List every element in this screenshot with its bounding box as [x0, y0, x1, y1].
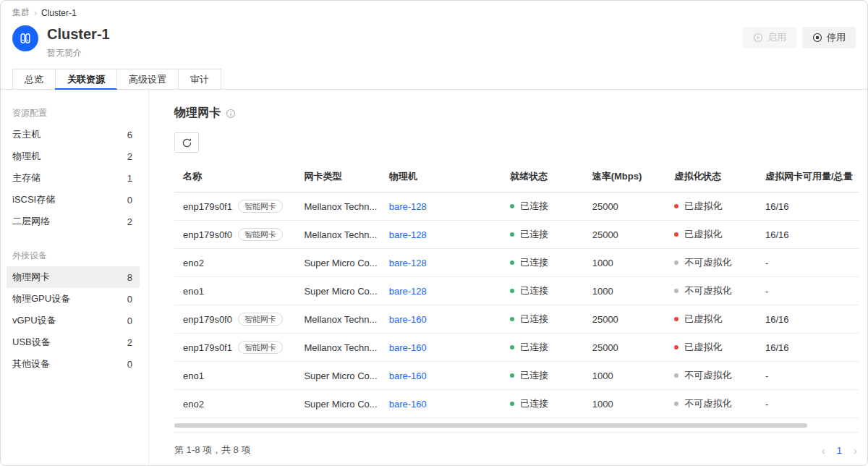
table-row[interactable]: eno2Super Micro Co...bare-128已连接1000不可虚拟… — [174, 249, 859, 277]
disable-button[interactable]: 停用 — [802, 27, 856, 48]
cell-virt-status: 已虚拟化 — [665, 221, 757, 249]
virt-status-dot — [674, 317, 678, 321]
horizontal-scrollbar-thumb[interactable] — [174, 423, 807, 428]
cell-capacity: 16/16 — [757, 221, 859, 249]
cell-virt-status: 已虚拟化 — [665, 192, 757, 221]
sidebar-section-title: 外接设备 — [1, 244, 148, 266]
cell-host: bare-128 — [380, 192, 501, 221]
table-header-row: 名称网卡类型物理机就绪状态速率(Mbps)虚拟化状态虚拟网卡可用量/总量 — [174, 161, 859, 192]
nic-name: enp179s0f0 — [183, 314, 232, 325]
cell-ready-status: 已连接 — [501, 249, 584, 277]
sidebar-item-vms[interactable]: 云主机6 — [7, 124, 140, 145]
sidebar-item-label: 主存储 — [12, 171, 41, 185]
tab-related-resources[interactable]: 关联资源 — [55, 69, 117, 89]
virt-status-text: 已虚拟化 — [684, 313, 722, 324]
sidebar-item-other-devices[interactable]: 其他设备0 — [7, 353, 140, 375]
table-row[interactable]: eno1Super Micro Co...bare-128已连接1000不可虚拟… — [174, 277, 859, 305]
host-link[interactable]: bare-128 — [389, 201, 427, 212]
table-row[interactable]: enp179s0f1智能网卡Mellanox Techn...bare-128已… — [174, 192, 859, 221]
status-text: 已连接 — [520, 398, 548, 409]
cell-speed: 1000 — [584, 362, 666, 390]
tab-audit[interactable]: 审计 — [178, 69, 221, 89]
table-row[interactable]: enp179s0f0智能网卡Mellanox Techn...bare-128已… — [174, 221, 859, 249]
current-page[interactable]: 1 — [837, 445, 842, 456]
cell-ready-status: 已连接 — [501, 305, 584, 334]
host-link[interactable]: bare-128 — [389, 286, 427, 297]
pagination-summary: 第 1-8 项，共 8 项 — [174, 444, 250, 457]
info-icon[interactable] — [226, 109, 236, 119]
tab-overview[interactable]: 总览 — [12, 69, 56, 89]
refresh-button[interactable] — [174, 132, 199, 153]
breadcrumb-root[interactable]: 集群 — [12, 7, 30, 19]
cell-virt-status: 不可虚拟化 — [665, 277, 757, 305]
enable-button[interactable]: 启用 — [743, 27, 796, 48]
cell-host: bare-160 — [380, 305, 501, 334]
host-link[interactable]: bare-128 — [389, 258, 427, 268]
sidebar-item-usb-devices[interactable]: USB设备2 — [7, 331, 140, 353]
status-dot — [510, 232, 514, 237]
tab-bar-container: 总览关联资源高级设置审计 — [1, 69, 867, 90]
cell-host: bare-160 — [380, 362, 501, 390]
cell-speed: 1000 — [584, 249, 666, 277]
smart-nic-badge: 智能网卡 — [238, 341, 283, 354]
status-text: 已连接 — [520, 200, 548, 211]
virt-status-dot — [674, 402, 678, 406]
status-text: 已连接 — [520, 229, 548, 240]
status-dot — [510, 345, 514, 350]
host-link[interactable]: bare-160 — [389, 399, 427, 410]
next-page-icon[interactable]: › — [854, 445, 857, 456]
sidebar-item-physical-nics[interactable]: 物理网卡8 — [7, 266, 140, 288]
sidebar-item-hosts[interactable]: 物理机2 — [7, 145, 140, 167]
cell-virt-status: 不可虚拟化 — [665, 362, 757, 390]
cell-speed: 1000 — [584, 277, 666, 305]
table-body: enp179s0f1智能网卡Mellanox Techn...bare-128已… — [174, 192, 859, 418]
prev-page-icon[interactable]: ‹ — [822, 445, 825, 456]
host-link[interactable]: bare-128 — [389, 229, 427, 240]
cell-capacity: 16/16 — [757, 334, 859, 362]
app-window: 集群 › Cluster-1 Cluster-1 暂无简介 — [0, 0, 868, 466]
column-header: 物理机 — [380, 161, 501, 192]
sidebar-item-primary-storage[interactable]: 主存储1 — [7, 167, 140, 189]
cell-host: bare-160 — [380, 390, 501, 418]
table-row[interactable]: eno2Super Micro Co...bare-160已连接1000不可虚拟… — [174, 390, 859, 418]
cell-ready-status: 已连接 — [501, 362, 584, 390]
cell-nic-type: Super Micro Co... — [295, 277, 380, 305]
cell-host: bare-128 — [380, 249, 501, 277]
cell-ready-status: 已连接 — [501, 221, 584, 249]
cell-virt-status: 不可虚拟化 — [665, 390, 757, 418]
smart-nic-badge: 智能网卡 — [238, 200, 283, 213]
table-row[interactable]: enp179s0f1智能网卡Mellanox Techn...bare-160已… — [174, 334, 859, 362]
sidebar: 资源配置云主机6物理机2主存储1iSCSI存储0二层网络2外接设备物理网卡8物理… — [1, 90, 149, 465]
status-dot — [510, 317, 514, 321]
column-header: 虚拟化状态 — [665, 161, 757, 192]
nic-name: enp179s0f1 — [183, 342, 232, 353]
sidebar-item-gpu-devices[interactable]: 物理GPU设备0 — [7, 288, 140, 310]
cell-name: eno1 — [174, 277, 295, 305]
sidebar-section-title: 资源配置 — [1, 101, 148, 124]
cell-capacity: - — [757, 249, 859, 277]
pagination: ‹ 1 › — [822, 445, 857, 456]
host-link[interactable]: bare-160 — [389, 342, 427, 353]
virt-status-text: 不可虚拟化 — [684, 398, 731, 409]
cell-capacity: 16/16 — [757, 305, 859, 334]
sidebar-item-vgpu-devices[interactable]: vGPU设备0 — [7, 310, 140, 331]
cell-name: enp179s0f1智能网卡 — [174, 334, 295, 362]
cell-ready-status: 已连接 — [501, 192, 584, 221]
virt-status-text: 已虚拟化 — [684, 200, 722, 211]
cell-name: eno1 — [174, 362, 295, 390]
sidebar-item-count: 1 — [127, 173, 132, 184]
table-row[interactable]: eno1Super Micro Co...bare-160已连接1000不可虚拟… — [174, 362, 859, 390]
sidebar-item-iscsi-storage[interactable]: iSCSI存储0 — [7, 189, 140, 211]
table-row[interactable]: enp179s0f0智能网卡Mellanox Techn...bare-160已… — [174, 305, 859, 334]
tab-advanced-settings[interactable]: 高级设置 — [116, 69, 179, 89]
sidebar-item-label: USB设备 — [12, 336, 51, 349]
cell-speed: 1000 — [584, 390, 666, 418]
status-text: 已连接 — [520, 257, 548, 268]
host-link[interactable]: bare-160 — [389, 314, 427, 325]
column-header: 网卡类型 — [295, 161, 380, 192]
cell-ready-status: 已连接 — [501, 277, 584, 305]
sidebar-item-l2-networks[interactable]: 二层网络2 — [7, 211, 140, 232]
disable-button-label: 停用 — [827, 31, 846, 44]
header-actions: 启用 停用 — [743, 27, 856, 48]
host-link[interactable]: bare-160 — [389, 370, 427, 381]
